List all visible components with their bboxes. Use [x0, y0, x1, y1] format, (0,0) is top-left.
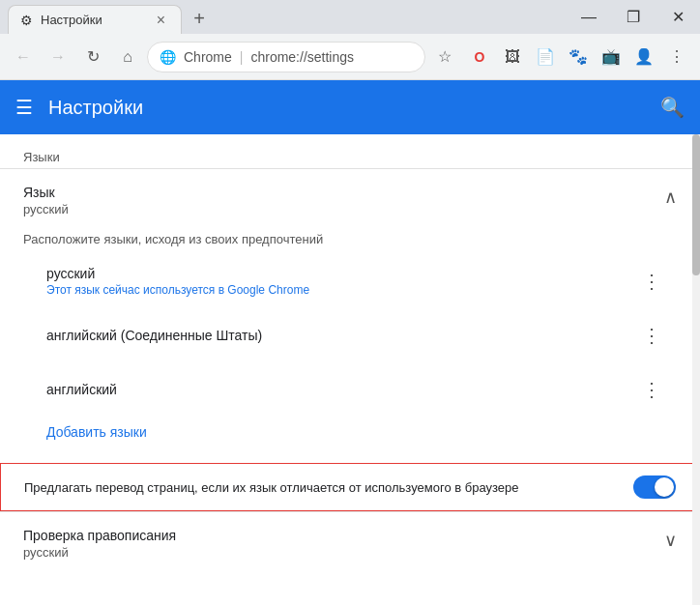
omnibox-separator: |: [240, 49, 244, 65]
opera-icon[interactable]: O: [464, 42, 495, 72]
translate-toggle[interactable]: [633, 475, 676, 499]
spell-check-section: Проверка правописания русский ∨: [0, 511, 700, 575]
lang-item-english-us: английский (Соединенные Штаты): [46, 328, 262, 343]
restore-button[interactable]: ❐: [611, 0, 656, 34]
language-section: Язык русский ∧ Расположите языки, исходя…: [0, 169, 700, 463]
sidebar-toggle-button[interactable]: ☰: [15, 96, 33, 119]
lang-collapse-button[interactable]: ∧: [664, 187, 677, 208]
spell-expand-button[interactable]: ∨: [664, 530, 677, 551]
page-title: Настройки: [48, 97, 143, 119]
omnibox-brand: Chrome: [184, 49, 232, 65]
lang-item-english: английский: [46, 382, 117, 397]
lang-list: русский Этот язык сейчас используется в …: [23, 254, 677, 417]
list-item: русский Этот язык сейчас используется в …: [23, 254, 677, 308]
forward-button[interactable]: →: [43, 42, 73, 72]
tab-close-button[interactable]: ×: [153, 10, 169, 31]
spell-check-subtitle: русский: [23, 545, 176, 560]
translate-row: Предлагать перевод страниц, если их язык…: [0, 463, 700, 511]
active-tab[interactable]: ⚙ Настройки ×: [8, 5, 182, 34]
chrome-menu-button[interactable]: ⋮: [661, 42, 692, 72]
lang-current-label: Этот язык сейчас используется в Google C…: [46, 283, 309, 297]
omnibox-url: chrome://settings: [250, 49, 354, 65]
scrollbar-thumb[interactable]: [692, 134, 700, 275]
spell-check-title: Проверка правописания: [23, 528, 176, 543]
ext1-button[interactable]: 🖼: [497, 42, 528, 72]
lang-item-russian: русский Этот язык сейчас используется в …: [46, 266, 309, 297]
translate-label: Предлагать перевод страниц, если их язык…: [24, 480, 633, 495]
lang-options-button-english[interactable]: ⋮: [634, 374, 669, 405]
ext2-button[interactable]: 📄: [530, 42, 561, 72]
back-button[interactable]: ←: [8, 42, 39, 72]
lang-name: английский (Соединенные Штаты): [46, 328, 262, 343]
new-tab-button[interactable]: +: [186, 5, 213, 32]
window-controls: — ❐ ✕: [567, 0, 700, 34]
spell-left: Проверка правописания русский: [23, 528, 176, 560]
lang-options-button-russian[interactable]: ⋮: [634, 266, 669, 297]
tab-favicon: ⚙: [20, 13, 33, 28]
profile-button[interactable]: 👤: [628, 42, 659, 72]
minimize-button[interactable]: —: [567, 0, 611, 34]
list-item: английский (Соединенные Штаты) ⋮: [23, 308, 677, 362]
section-label: Языки: [0, 134, 700, 168]
lang-header-row: Язык русский ∧: [23, 185, 677, 216]
list-item: английский ⋮: [23, 362, 677, 417]
reload-button[interactable]: ↻: [77, 42, 108, 72]
close-button[interactable]: ✕: [656, 0, 700, 34]
scrollbar[interactable]: [692, 134, 700, 605]
lang-desc: Расположите языки, исходя из своих предп…: [23, 232, 677, 246]
toggle-thumb: [655, 477, 674, 497]
address-bar: ← → ↻ ⌂ 🌐 Chrome | chrome://settings ☆ O…: [0, 34, 700, 80]
bookmark-button[interactable]: ☆: [429, 42, 460, 72]
ext4-button[interactable]: 📺: [596, 42, 627, 72]
lang-name: английский: [46, 382, 117, 397]
home-button[interactable]: ⌂: [112, 42, 143, 72]
app-header: ☰ Настройки 🔍: [0, 80, 700, 134]
lang-name: русский: [46, 266, 309, 281]
search-button[interactable]: 🔍: [660, 96, 685, 119]
lang-header-left: Язык русский: [23, 185, 69, 216]
ext3-button[interactable]: 🐾: [563, 42, 594, 72]
lang-options-button-english-us[interactable]: ⋮: [634, 320, 669, 351]
main-content: Языки Язык русский ∧ Расположите языки, …: [0, 134, 700, 605]
bottom-area: [0, 575, 700, 605]
toolbar-icons: O 🖼 📄 🐾 📺 👤 ⋮: [464, 42, 692, 72]
secure-icon: 🌐: [160, 49, 176, 65]
lang-section-subtitle: русский: [23, 202, 69, 216]
title-bar: ⚙ Настройки × + — ❐ ✕: [0, 0, 700, 34]
tab-title: Настройки: [41, 13, 145, 27]
tab-strip: ⚙ Настройки × +: [0, 0, 213, 34]
lang-section-title: Язык: [23, 185, 69, 200]
omnibox[interactable]: 🌐 Chrome | chrome://settings: [147, 42, 425, 72]
add-language-link[interactable]: Добавить языки: [23, 417, 155, 447]
